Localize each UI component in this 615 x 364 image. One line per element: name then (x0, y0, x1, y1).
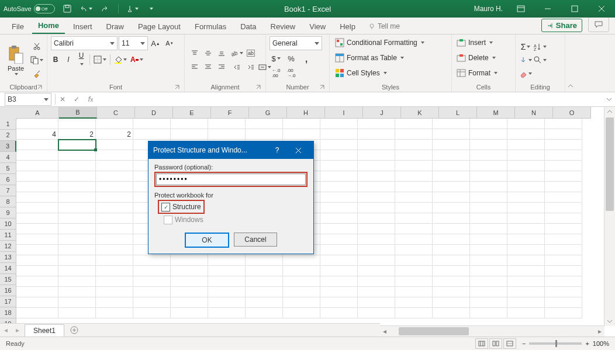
enter-formula-icon[interactable]: ✓ (70, 93, 84, 105)
align-center-button[interactable] (202, 60, 215, 73)
bold-button[interactable]: B (51, 56, 60, 64)
row-header-3[interactable]: 3 (0, 141, 16, 152)
qat-customize-icon[interactable] (144, 2, 157, 15)
zoom-in-button[interactable]: + (585, 340, 589, 347)
horizontal-scrollbar[interactable]: ◂▸ (380, 325, 604, 337)
cut-button[interactable] (30, 40, 43, 53)
col-header-D[interactable]: D (135, 107, 173, 119)
row-header-1[interactable]: 1 (0, 119, 16, 130)
tab-file[interactable]: File (6, 19, 30, 34)
tab-home[interactable]: Home (32, 18, 65, 34)
cancel-button[interactable]: Cancel (234, 233, 277, 247)
user-name[interactable]: Mauro H. (469, 5, 507, 13)
font-color-button[interactable]: A (130, 53, 143, 66)
fill-button[interactable] (519, 54, 532, 67)
autosave-toggle[interactable]: AutoSave Off (4, 4, 55, 13)
col-header-C[interactable]: C (97, 107, 135, 119)
increase-decimal-button[interactable]: ←.0.00 (270, 67, 282, 79)
dialog-launcher-icon[interactable] (256, 85, 262, 91)
shrink-font-button[interactable]: A▼ (163, 37, 176, 50)
dialog-launcher-icon[interactable] (37, 85, 43, 91)
insert-cells-button[interactable]: Insert (455, 36, 512, 49)
tab-review[interactable]: Review (265, 19, 302, 34)
col-header-E[interactable]: E (173, 107, 211, 119)
expand-formula-icon[interactable] (603, 96, 615, 102)
row-header-18[interactable]: 18 (0, 307, 16, 318)
zoom-out-button[interactable]: − (522, 340, 526, 347)
row-header-9[interactable]: 9 (0, 207, 16, 219)
row-header-14[interactable]: 14 (0, 263, 16, 274)
row-header-15[interactable]: 15 (0, 274, 16, 285)
row-header-12[interactable]: 12 (0, 241, 16, 252)
cancel-formula-icon[interactable]: ✕ (56, 93, 70, 105)
insert-function-icon[interactable]: fx (84, 93, 98, 105)
align-right-button[interactable] (215, 60, 228, 73)
col-header-F[interactable]: F (211, 107, 249, 119)
percent-button[interactable]: % (285, 52, 298, 65)
tell-me[interactable]: Tell me (364, 19, 405, 34)
row-header-10[interactable]: 10 (0, 219, 16, 230)
vertical-scrollbar[interactable] (604, 107, 615, 326)
tab-help[interactable]: Help (334, 19, 361, 34)
decrease-indent-button[interactable] (230, 61, 243, 74)
close-icon[interactable] (588, 0, 615, 18)
borders-button[interactable] (94, 53, 106, 66)
password-input[interactable] (156, 174, 306, 185)
col-header-B[interactable]: B (59, 107, 97, 119)
add-sheet-button[interactable] (68, 326, 81, 334)
format-cells-button[interactable]: Format (455, 67, 512, 79)
dialog-launcher-icon[interactable] (175, 85, 181, 91)
delete-cells-button[interactable]: Delete (455, 51, 512, 64)
col-header-A[interactable]: A (16, 107, 59, 119)
clear-button[interactable] (519, 67, 532, 80)
orientation-button[interactable]: ab (230, 47, 243, 60)
col-header-L[interactable]: L (439, 107, 477, 119)
ok-button[interactable]: OK (185, 233, 229, 248)
row-header-17[interactable]: 17 (0, 296, 16, 307)
col-header-H[interactable]: H (287, 107, 325, 119)
sheet-nav-prev[interactable]: ◂ (0, 326, 12, 334)
row-header-7[interactable]: 7 (0, 185, 16, 196)
redo-icon[interactable] (98, 2, 111, 15)
comments-button[interactable] (588, 17, 609, 32)
tab-formulas[interactable]: Formulas (189, 19, 232, 34)
select-all-button[interactable] (0, 107, 17, 119)
row-header-2[interactable]: 2 (0, 130, 16, 141)
dialog-help-button[interactable]: ? (267, 141, 288, 159)
maximize-icon[interactable] (561, 0, 588, 18)
italic-button[interactable]: I (64, 56, 73, 64)
col-header-N[interactable]: N (515, 107, 553, 119)
align-top-button[interactable] (188, 47, 201, 60)
row-header-11[interactable]: 11 (0, 230, 16, 241)
fill-color-button[interactable] (114, 53, 127, 66)
row-header-8[interactable]: 8 (0, 196, 16, 207)
row-header-4[interactable]: 4 (0, 152, 16, 163)
number-format-combo[interactable]: General (270, 36, 322, 50)
row-header-16[interactable]: 16 (0, 285, 16, 296)
increase-indent-button[interactable] (244, 61, 257, 74)
page-break-view-button[interactable] (503, 338, 516, 349)
zoom-slider[interactable]: − + 100% (522, 340, 609, 347)
wrap-text-button[interactable]: ab (244, 47, 257, 60)
zoom-value[interactable]: 100% (593, 340, 609, 347)
normal-view-button[interactable] (475, 338, 488, 349)
minimize-icon[interactable] (534, 0, 561, 18)
cell-styles-button[interactable]: Cell Styles (333, 67, 448, 79)
tab-insert[interactable]: Insert (67, 19, 98, 34)
touch-mode-icon[interactable] (126, 2, 139, 15)
collapse-ribbon-button[interactable] (565, 34, 576, 92)
sort-filter-button[interactable]: AZ (534, 40, 547, 53)
format-as-table-button[interactable]: Format as Table (333, 51, 448, 64)
autosum-button[interactable]: Σ (519, 40, 532, 53)
copy-button[interactable] (30, 54, 43, 67)
comma-button[interactable]: , (300, 52, 313, 65)
share-button[interactable]: Share (541, 19, 582, 32)
sheet-tab-active[interactable]: Sheet1 (25, 324, 64, 337)
col-header-G[interactable]: G (249, 107, 287, 119)
undo-icon[interactable] (80, 2, 92, 15)
col-header-J[interactable]: J (363, 107, 401, 119)
align-middle-button[interactable] (202, 47, 215, 60)
ribbon-display-icon[interactable] (507, 0, 534, 18)
sheet-nav-next[interactable]: ▸ (12, 326, 23, 334)
tab-page-layout[interactable]: Page Layout (132, 19, 186, 34)
